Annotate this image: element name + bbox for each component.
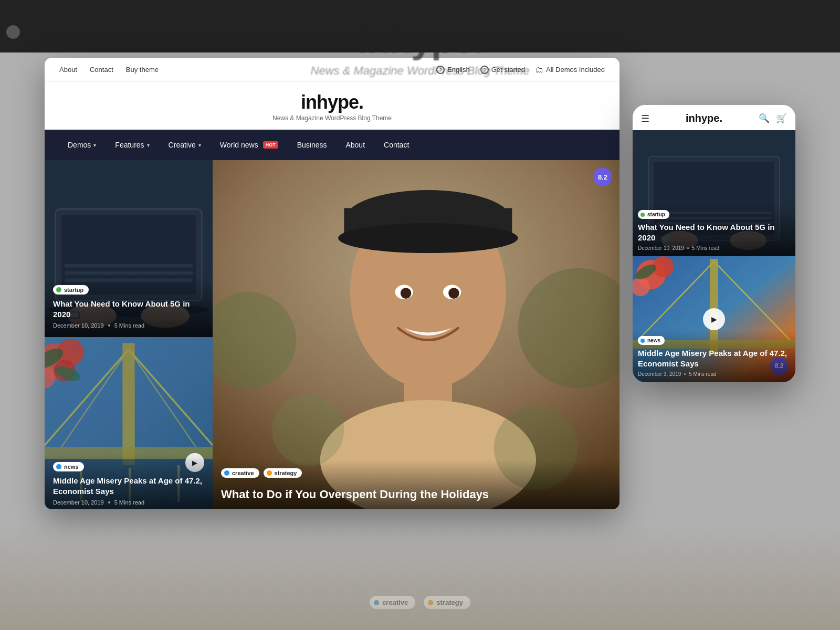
- bottom-badges: creative strategy: [370, 596, 470, 609]
- startup-badge-dot: [56, 287, 61, 292]
- news-badge-dot: [56, 464, 61, 469]
- mobile-news-badge: news: [638, 336, 665, 345]
- bottom-badge-1-label: creative: [382, 598, 408, 606]
- card-2-title: What to Do if You Overspent During the H…: [221, 487, 611, 502]
- bottom-creative-badge: creative: [370, 596, 415, 609]
- mobile-top-bar: ☰ inhype. 🔍 🛒: [633, 105, 795, 130]
- card-3-title: Middle Age Misery Peaks at Age of 47.2, …: [53, 476, 204, 496]
- card-3-read-time: 5 Mins read: [114, 499, 144, 506]
- nav-bar: Demos ▾ Features ▾ Creative ▾ World news…: [45, 130, 620, 160]
- mobile-icons-right: 🔍 🛒: [759, 113, 787, 124]
- nav-world-news[interactable]: World news HOT: [213, 136, 286, 153]
- card-1-title: What You Need to Know About 5G in 2020: [53, 299, 204, 319]
- mobile-startup-badge: startup: [638, 210, 669, 219]
- card-3-date: December 10, 2019: [53, 499, 104, 506]
- mobile-article-1-title: What You Need to Know About 5G in 2020: [638, 222, 790, 243]
- card-1-read-time: 5 Mins read: [114, 322, 144, 329]
- folder-icon: 🗂: [536, 65, 543, 74]
- creative-dot: [224, 470, 229, 476]
- site-tagline: News & Magazine WordPress Blog Theme: [272, 114, 392, 122]
- mobile-logo[interactable]: inhype.: [686, 112, 722, 124]
- features-chevron: ▾: [147, 142, 150, 148]
- mobile-article-2-read: 5 Mins read: [689, 371, 716, 377]
- mobile-preview-card: ☰ inhype. 🔍 🛒 startup What You Need to K…: [633, 105, 795, 382]
- svg-point-19: [448, 288, 459, 299]
- mobile-startup-label: startup: [647, 212, 665, 217]
- creative-label: creative: [232, 470, 254, 476]
- bottom-strategy-badge: strategy: [424, 596, 470, 609]
- card-1-meta: December 10, 2019 5 Mins read: [53, 322, 204, 329]
- strategy-dot: [267, 470, 272, 476]
- hot-badge: HOT: [263, 141, 278, 149]
- news-badge: news: [53, 462, 84, 471]
- content-area: startup What You Need to Know About 5G i…: [45, 160, 620, 509]
- creative-chevron: ▾: [198, 142, 201, 148]
- svg-point-15: [338, 223, 518, 253]
- strategy-badge: strategy: [264, 468, 302, 478]
- nav-business[interactable]: Business: [290, 136, 334, 153]
- mobile-article-2-title: Middle Age Misery Peaks at Age of 47.2, …: [638, 348, 790, 369]
- mobile-play-button[interactable]: ▶: [703, 308, 725, 330]
- site-logo[interactable]: inhype.: [301, 91, 363, 113]
- startup-badge: startup: [53, 285, 89, 295]
- svg-rect-4: [65, 264, 193, 268]
- nav-demos[interactable]: Demos ▾: [60, 136, 103, 153]
- card-1-date: December 10, 2019: [53, 322, 104, 329]
- bg-title: inhype.: [358, 18, 482, 61]
- face-background: [213, 160, 620, 509]
- strategy-label: strategy: [275, 470, 297, 476]
- news-badge-label: news: [64, 464, 79, 470]
- bottom-badge-2-label: strategy: [436, 598, 463, 606]
- svg-point-24: [272, 394, 344, 466]
- mobile-article-1-read: 5 Mins read: [692, 245, 719, 251]
- about-link[interactable]: About: [59, 66, 77, 74]
- contact-link[interactable]: Contact: [90, 66, 113, 74]
- mobile-cart-icon[interactable]: 🛒: [776, 113, 787, 124]
- nav-features[interactable]: Features ▾: [108, 136, 156, 153]
- mobile-news-label: news: [647, 338, 660, 343]
- card-2-overlay: creative strategy What to Do if You Over…: [213, 460, 620, 509]
- mobile-article-2-meta: December 3, 2019 5 Mins read: [638, 371, 790, 377]
- score-badge: 8.2: [593, 167, 612, 186]
- left-circle-decoration: [6, 25, 20, 39]
- card-3-meta: December 10, 2019 5 Mins read: [53, 499, 204, 506]
- creative-badge: creative: [221, 468, 259, 478]
- all-demos-link[interactable]: 🗂 All Demos Included: [536, 65, 605, 74]
- site-header: f 𝕏 ◎ ▶ inhype. News & Magazine WordPres…: [45, 82, 620, 130]
- card-3-overlay: news Middle Age Misery Peaks at Age of 4…: [45, 454, 213, 509]
- top-bar-left: About Contact Buy theme: [59, 66, 159, 74]
- svg-point-18: [401, 288, 412, 299]
- nav-creative[interactable]: Creative ▾: [161, 136, 208, 153]
- card-1-overlay: startup What You Need to Know About 5G i…: [45, 277, 213, 337]
- article-card-news[interactable]: ▶ news Middle Age Misery Peaks at Age of…: [45, 337, 213, 509]
- buy-theme-link[interactable]: Buy theme: [126, 66, 159, 74]
- article-card-main[interactable]: 8.2 creative strategy What to Do if You …: [213, 160, 620, 509]
- mobile-article-1-meta: December 10, 2019 5 Mins read: [638, 245, 790, 251]
- nav-about[interactable]: About: [338, 136, 372, 153]
- mobile-hamburger-icon[interactable]: ☰: [641, 113, 649, 124]
- startup-badge-label: startup: [64, 287, 83, 293]
- mobile-article-startup[interactable]: startup What You Need to Know About 5G i…: [633, 130, 795, 256]
- article-card-startup[interactable]: startup What You Need to Know About 5G i…: [45, 160, 213, 337]
- demos-chevron: ▾: [93, 142, 96, 148]
- browser-window: About Contact Buy theme ? English ? Get …: [45, 58, 620, 509]
- mobile-article-news[interactable]: ▶ 8.2 news Middle Age Misery Peaks at Ag…: [633, 256, 795, 382]
- mobile-article-1-date: December 10, 2019: [638, 245, 684, 251]
- mobile-search-icon[interactable]: 🔍: [759, 113, 770, 124]
- all-demos-label: All Demos Included: [546, 66, 605, 74]
- card-2-badges: creative strategy: [221, 468, 611, 482]
- nav-contact[interactable]: Contact: [376, 136, 416, 153]
- bg-subtitle: News & Magazine WordPress Blog Theme: [311, 64, 530, 78]
- mobile-article-2-date: December 3, 2019: [638, 371, 681, 377]
- svg-rect-5: [65, 271, 193, 275]
